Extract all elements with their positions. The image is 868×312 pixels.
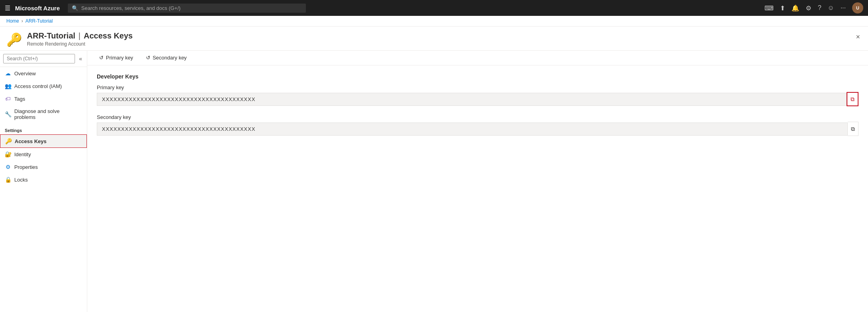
sidebar-item-identity[interactable]: 🔐 Identity [0, 148, 87, 161]
sidebar: « ☁ Overview 👥 Access control (IAM) 🏷 Ta… [0, 51, 87, 312]
breadcrumb-home[interactable]: Home [6, 18, 19, 24]
breadcrumb: Home › ARR-Tutorial [0, 16, 868, 27]
iam-icon: 👥 [5, 83, 11, 89]
breadcrumb-separator: › [21, 18, 23, 24]
secondary-key-field[interactable] [97, 123, 848, 136]
key-icon: 🔑 [5, 138, 12, 144]
developer-keys-title: Developer Keys [97, 73, 858, 80]
search-icon: 🔍 [72, 5, 78, 11]
nav-icons: ⌨ ⬆ 🔔 ⚙ ? ☺ ··· U [764, 2, 863, 13]
primary-key-wrapper: ⧉ [97, 92, 858, 106]
sidebar-item-properties[interactable]: ⚙ Properties [0, 161, 87, 173]
terminal-icon[interactable]: ⌨ [764, 4, 774, 12]
sidebar-item-diagnose[interactable]: 🔧 Diagnose and solve problems [0, 105, 87, 123]
primary-key-field[interactable] [97, 93, 847, 106]
brand-logo: Microsoft Azure [15, 5, 60, 11]
sidebar-item-tags[interactable]: 🏷 Tags [0, 92, 87, 105]
content-body: Developer Keys Primary key ⧉ Secondary k… [87, 65, 868, 152]
sidebar-item-iam[interactable]: 👥 Access control (IAM) [0, 80, 87, 92]
copy-primary-key-button[interactable]: ⧉ [847, 92, 858, 106]
copy-secondary-key-button[interactable]: ⧉ [848, 122, 858, 136]
wrench-icon: 🔧 [5, 111, 11, 117]
refresh-icon-primary: ↺ [99, 55, 104, 61]
search-input[interactable] [81, 5, 302, 11]
sidebar-search-input[interactable] [3, 54, 75, 63]
settings-icon[interactable]: ⚙ [806, 4, 811, 12]
collapse-button[interactable]: « [77, 55, 84, 63]
lock-icon: 🔒 [5, 176, 11, 183]
cloud-icon: ☁ [5, 70, 11, 77]
sidebar-search-container: « [0, 51, 87, 67]
identity-icon: 🔐 [5, 151, 11, 157]
sidebar-item-access-keys[interactable]: 🔑 Access Keys [0, 134, 87, 148]
breadcrumb-current[interactable]: ARR-Tutorial [25, 18, 53, 24]
upload-icon[interactable]: ⬆ [780, 4, 785, 12]
page-title: ARR-Tutorial | Access Keys [27, 31, 133, 40]
secondary-key-wrapper: ⧉ [97, 122, 858, 136]
tab-primary-key[interactable]: ↺ Primary key [94, 51, 139, 65]
properties-icon: ⚙ [5, 164, 11, 170]
secondary-key-label: Secondary key [97, 114, 858, 120]
more-icon[interactable]: ··· [841, 4, 846, 11]
help-icon[interactable]: ? [818, 4, 821, 11]
content-area: ↺ Primary key ↺ Secondary key Developer … [87, 51, 868, 312]
tabs-bar: ↺ Primary key ↺ Secondary key [87, 51, 868, 65]
settings-section-label: Settings [0, 123, 87, 134]
sidebar-item-locks[interactable]: 🔒 Locks [0, 173, 87, 186]
copy-icon-secondary: ⧉ [851, 126, 855, 132]
sidebar-item-overview[interactable]: ☁ Overview [0, 67, 87, 80]
feedback-icon[interactable]: ☺ [828, 4, 834, 11]
tab-secondary-key[interactable]: ↺ Secondary key [140, 51, 192, 65]
page-subtitle: Remote Rendering Account [27, 41, 133, 47]
top-navigation: ☰ Microsoft Azure 🔍 ⌨ ⬆ 🔔 ⚙ ? ☺ ··· U [0, 0, 868, 16]
main-layout: « ☁ Overview 👥 Access control (IAM) 🏷 Ta… [0, 51, 868, 312]
tags-icon: 🏷 [5, 96, 11, 102]
avatar[interactable]: U [852, 2, 863, 13]
copy-icon-primary: ⧉ [851, 96, 855, 103]
close-button[interactable]: × [854, 31, 862, 43]
hamburger-menu[interactable]: ☰ [5, 4, 10, 12]
bell-icon[interactable]: 🔔 [791, 4, 799, 12]
global-search[interactable]: 🔍 [68, 4, 306, 13]
page-header-text: ARR-Tutorial | Access Keys Remote Render… [27, 31, 133, 47]
refresh-icon-secondary: ↺ [146, 55, 150, 61]
page-header: 🔑 ARR-Tutorial | Access Keys Remote Rend… [0, 27, 868, 51]
primary-key-label: Primary key [97, 84, 858, 90]
resource-icon: 🔑 [6, 32, 22, 47]
